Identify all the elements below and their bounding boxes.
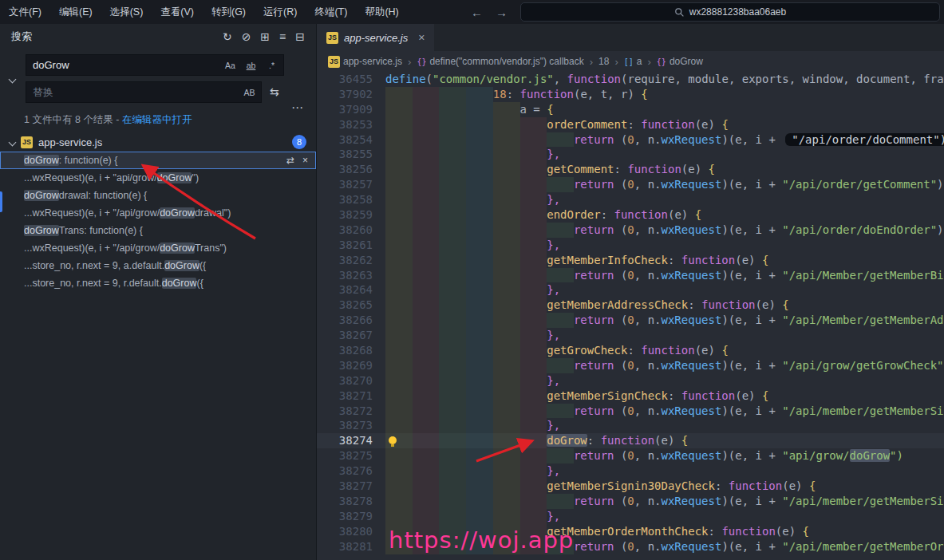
indent-guide [413, 162, 440, 177]
line-content: getMemberInfoCheck: function(e) { [385, 253, 944, 268]
code-area[interactable]: 36455define("common/vendor.js", function… [317, 72, 944, 560]
open-in-editor-link[interactable]: 在编辑器中打开 [122, 114, 192, 125]
line-number: 38274 [317, 433, 385, 448]
open-new-search-editor-icon[interactable]: ⊞ [260, 30, 270, 43]
menu-item[interactable]: 编辑(E) [50, 0, 101, 24]
view-as-list-icon[interactable]: ≡ [279, 30, 286, 43]
collapse-all-icon[interactable]: ⊟ [295, 30, 305, 43]
tab-close-icon[interactable]: × [418, 31, 425, 44]
code-line[interactable]: 38254return (0, n.wxRequest)(e, i + "/ap… [317, 132, 944, 148]
breadcrumb-item[interactable]: []a [624, 56, 642, 67]
result-text-before: ...wxRequest)(e, i + "/api/grow/ [24, 207, 160, 219]
code-line[interactable]: 38275return (0, n.wxRequest)(e, i + "api… [317, 448, 944, 463]
code-line[interactable]: 38277getMemberSignin30DayCheck: function… [317, 479, 944, 494]
token: (e) [668, 208, 695, 221]
code-line[interactable]: 38263return (0, n.wxRequest)(e, i + "/ap… [317, 268, 944, 283]
tab-app-service[interactable]: JS app-service.js × [317, 24, 434, 51]
indent-guide [466, 343, 493, 358]
code-line[interactable]: 38259endOrder: function(e) { [317, 207, 944, 223]
code-line[interactable]: 38276}, [317, 463, 944, 479]
search-result-row[interactable]: ...wxRequest)(e, i + "/api/grow/doGrowdr… [0, 204, 316, 222]
search-result-row[interactable]: ...store_no, r.next = 9, r.default.doGro… [0, 274, 316, 292]
code-line[interactable]: 38261}, [317, 238, 944, 253]
js-file-icon: JS [326, 32, 338, 44]
code-line[interactable]: 38257return (0, n.wxRequest)(e, i + "/ap… [317, 177, 944, 192]
line-number: 38264 [317, 282, 385, 298]
replace-match-icon[interactable]: ⇄ [286, 152, 294, 169]
code-line[interactable]: 38258}, [317, 192, 944, 207]
search-result-row[interactable]: ...wxRequest)(e, i + "/api/grow/doGrowTr… [0, 239, 316, 257]
code-line[interactable]: 38272return (0, n.wxRequest)(e, i + "/ap… [317, 404, 944, 419]
breadcrumb-item[interactable]: 18 [598, 56, 609, 67]
dismiss-match-icon[interactable]: × [302, 152, 308, 169]
code-line[interactable]: 38253orderComment: function(e) { [317, 117, 944, 132]
code-line[interactable]: 38273}, [317, 418, 944, 433]
search-result-row[interactable]: ...store_no, r.next = 9, a.default.doGro… [0, 257, 316, 274]
nav-forward-icon[interactable]: → [496, 6, 508, 19]
indent-guide [439, 282, 466, 298]
match-case-icon[interactable]: Aa [221, 57, 239, 73]
line-content: getMemberSignin30DayCheck: function(e) { [385, 479, 944, 494]
search-result-row[interactable]: doGrowdrawal: function(e) { [0, 187, 316, 204]
token: ( [614, 404, 628, 417]
breadcrumb-item[interactable]: {}define("common/vendor.js") callback [417, 56, 583, 67]
replace-input[interactable] [26, 81, 262, 103]
code-line[interactable]: 38267}, [317, 328, 944, 343]
token: return [574, 223, 614, 236]
nav-back-icon[interactable]: ← [471, 6, 483, 19]
match-highlight: doGrow [157, 172, 192, 183]
code-line[interactable]: 38265getMemberAddressCheck: function(e) … [317, 298, 944, 313]
code-line[interactable]: 38260return (0, n.wxRequest)(e, i + "/ap… [317, 223, 944, 238]
regex-icon[interactable]: .* [263, 57, 281, 73]
code-line[interactable]: 38256getComment: function(e) { [317, 162, 944, 177]
search-result-row[interactable]: doGrow: function(e) {⇄× [0, 152, 316, 169]
code-line[interactable]: 37909a = { [317, 102, 944, 117]
indent-guide [466, 102, 493, 117]
code-line[interactable]: 38278return (0, n.wxRequest)(e, i + "/ap… [317, 494, 944, 509]
whole-word-icon[interactable]: ab [242, 57, 260, 73]
code-line[interactable]: 38266return (0, n.wxRequest)(e, i + "/ap… [317, 313, 944, 328]
line-number: 36455 [317, 72, 385, 87]
line-number: 38261 [317, 238, 385, 253]
code-line[interactable]: 38270}, [317, 373, 944, 388]
token: doGrow [547, 434, 587, 447]
menu-item[interactable]: 转到(G) [203, 0, 255, 24]
token: )(e, i + [721, 269, 782, 282]
indent-guide [466, 238, 493, 253]
code-line[interactable]: 38255}, [317, 147, 944, 162]
menu-item[interactable]: 选择(S) [101, 0, 152, 24]
clear-search-results-icon[interactable]: ⊘ [242, 30, 251, 43]
replace-all-icon[interactable]: ⇆ [270, 85, 279, 98]
code-line[interactable]: 38279}, [317, 509, 944, 524]
chevron-down-icon [9, 138, 17, 146]
menu-item[interactable]: 帮助(H) [356, 0, 407, 24]
breadcrumb-item[interactable]: JSapp-service.js [328, 56, 402, 68]
token: }, [547, 283, 560, 296]
code-line[interactable]: 38264}, [317, 282, 944, 298]
search-result-row[interactable]: doGrowTrans: function(e) { [0, 222, 316, 239]
code-line[interactable]: 38262getMemberInfoCheck: function(e) { [317, 253, 944, 268]
code-line[interactable]: 36455define("common/vendor.js", function… [317, 72, 944, 87]
more-actions-icon[interactable]: ⋯ [291, 101, 303, 115]
file-result-row[interactable]: JS app-service.js 8 [0, 132, 316, 152]
line-number: 37902 [317, 87, 385, 102]
menu-item[interactable]: 文件(F) [0, 0, 50, 24]
line-content: return (0, n.wxRequest)(e, i + "/api/mem… [385, 494, 944, 509]
menu-item[interactable]: 终端(T) [306, 0, 356, 24]
code-line[interactable]: 3790218: function(e, t, r) { [317, 87, 944, 102]
menu-item[interactable]: 运行(R) [255, 0, 306, 24]
menu-item[interactable]: 查看(V) [152, 0, 203, 24]
search-result-row[interactable]: ...wxRequest)(e, i + "api/grow/doGrow") [0, 169, 316, 187]
code-line[interactable]: 38268getGrowCheck: function(e) { [317, 343, 944, 358]
indent-guide [439, 433, 466, 448]
preserve-case-icon[interactable]: AB [240, 85, 259, 100]
code-line[interactable]: 38271getMemberSignCheck: function(e) { [317, 388, 944, 404]
code-line[interactable]: 38274doGrow: function(e) { [317, 433, 944, 448]
toggle-replace-chevron-icon[interactable] [9, 76, 17, 84]
refresh-icon[interactable]: ↻ [223, 30, 232, 43]
code-line[interactable]: 38269return (0, n.wxRequest)(e, i + "/ap… [317, 358, 944, 373]
breadcrumb-item[interactable]: {}doGrow [657, 56, 703, 67]
indent-guide [520, 509, 547, 524]
token: 0 [627, 495, 634, 507]
command-center-search[interactable]: wx28881238baa06aeb [520, 2, 940, 22]
